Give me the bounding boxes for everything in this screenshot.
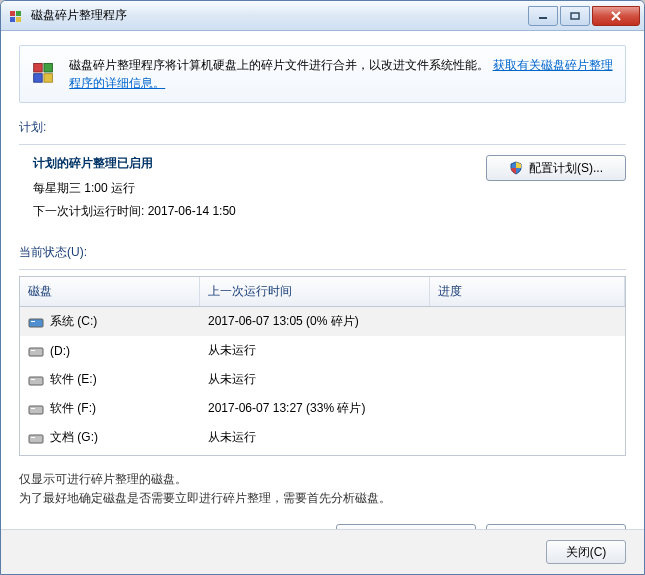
disk-name: 软件 (F:)	[50, 400, 96, 417]
shield-icon	[509, 161, 523, 175]
svg-rect-5	[571, 13, 579, 19]
disk-list: 磁盘 上一次运行时间 进度 系统 (C:)2017-06-07 13:05 (0…	[19, 276, 626, 456]
header-progress[interactable]: 进度	[430, 277, 625, 306]
header-disk[interactable]: 磁盘	[20, 277, 200, 306]
disk-last-run: 2017-06-07 13:05 (0% 碎片)	[200, 311, 430, 332]
svg-rect-17	[31, 408, 35, 409]
defrag-icon	[32, 56, 59, 88]
disk-last-run: 2017-06-07 13:27 (33% 碎片)	[200, 398, 430, 419]
schedule-enabled-title: 计划的碎片整理已启用	[33, 155, 236, 172]
svg-rect-10	[29, 319, 43, 327]
info-description: 磁盘碎片整理程序将计算机硬盘上的碎片文件进行合并，以改进文件系统性能。	[69, 58, 489, 72]
disk-list-header: 磁盘 上一次运行时间 进度	[20, 277, 625, 307]
svg-rect-7	[44, 63, 53, 72]
svg-rect-6	[34, 63, 43, 72]
configure-schedule-button[interactable]: 配置计划(S)...	[486, 155, 626, 181]
drive-icon	[28, 373, 44, 387]
window-controls	[528, 6, 640, 26]
svg-rect-9	[44, 74, 53, 83]
info-text: 磁盘碎片整理程序将计算机硬盘上的碎片文件进行合并，以改进文件系统性能。 获取有关…	[69, 56, 613, 92]
disk-last-run: 从未运行	[200, 427, 430, 448]
drive-icon	[28, 315, 44, 329]
svg-rect-12	[29, 348, 43, 356]
table-row[interactable]: (D:)从未运行	[20, 336, 625, 365]
svg-rect-15	[31, 379, 35, 380]
disk-last-run: 从未运行	[200, 369, 430, 390]
disk-progress	[430, 407, 625, 411]
table-row[interactable]: 软件 (F:)2017-06-07 13:27 (33% 碎片)	[20, 394, 625, 423]
status-section: 当前状态(U): 磁盘 上一次运行时间 进度 系统 (C:)2017-06-07…	[19, 244, 626, 456]
disk-progress	[430, 378, 625, 382]
close-button[interactable]	[592, 6, 640, 26]
schedule-run-time: 每星期三 1:00 运行	[33, 180, 236, 197]
schedule-label: 计划:	[19, 119, 626, 136]
divider	[19, 269, 626, 270]
window-frame: 磁盘碎片整理程序 磁盘碎片整理程序将计算机硬盘上的碎片文件进行合并，以改进文件系…	[0, 0, 645, 575]
disk-rows: 系统 (C:)2017-06-07 13:05 (0% 碎片)(D:)从未运行软…	[20, 307, 625, 456]
disk-progress	[430, 436, 625, 440]
svg-rect-1	[16, 11, 21, 16]
disk-name: (D:)	[50, 344, 70, 358]
disk-name: 文档 (G:)	[50, 429, 98, 446]
table-row[interactable]: 文档 (G:)从未运行	[20, 423, 625, 452]
configure-schedule-label: 配置计划(S)...	[529, 160, 603, 177]
note-line2: 为了最好地确定磁盘是否需要立即进行碎片整理，需要首先分析磁盘。	[19, 489, 626, 508]
disk-name: 系统 (C:)	[50, 313, 97, 330]
svg-rect-11	[31, 321, 35, 322]
maximize-icon	[570, 12, 580, 20]
drive-icon	[28, 431, 44, 445]
minimize-icon	[538, 12, 548, 20]
table-row[interactable]: 娱乐 (H:)从未运行	[20, 452, 625, 456]
svg-rect-14	[29, 377, 43, 385]
close-dialog-button[interactable]: 关闭(C)	[546, 540, 626, 564]
maximize-button[interactable]	[560, 6, 590, 26]
footer-note: 仅显示可进行碎片整理的磁盘。 为了最好地确定磁盘是否需要立即进行碎片整理，需要首…	[19, 470, 626, 508]
svg-rect-2	[10, 17, 15, 22]
disk-progress	[430, 320, 625, 324]
schedule-section: 计划: 计划的碎片整理已启用 每星期三 1:00 运行 下一次计划运行时间: 2…	[19, 119, 626, 226]
table-row[interactable]: 软件 (E:)从未运行	[20, 365, 625, 394]
status-label: 当前状态(U):	[19, 244, 626, 261]
table-row[interactable]: 系统 (C:)2017-06-07 13:05 (0% 碎片)	[20, 307, 625, 336]
svg-rect-4	[539, 17, 547, 19]
window-title: 磁盘碎片整理程序	[31, 7, 528, 24]
disk-name: 软件 (E:)	[50, 371, 97, 388]
minimize-button[interactable]	[528, 6, 558, 26]
header-last-run[interactable]: 上一次运行时间	[200, 277, 430, 306]
svg-rect-3	[16, 17, 21, 22]
drive-icon	[28, 344, 44, 358]
svg-rect-19	[31, 437, 35, 438]
titlebar[interactable]: 磁盘碎片整理程序	[1, 1, 644, 31]
bottom-bar: 关闭(C)	[1, 529, 644, 574]
content-area: 磁盘碎片整理程序将计算机硬盘上的碎片文件进行合并，以改进文件系统性能。 获取有关…	[1, 31, 644, 529]
schedule-next-run: 下一次计划运行时间: 2017-06-14 1:50	[33, 203, 236, 220]
close-icon	[610, 11, 622, 21]
svg-rect-8	[34, 74, 43, 83]
drive-icon	[28, 402, 44, 416]
info-banner: 磁盘碎片整理程序将计算机硬盘上的碎片文件进行合并，以改进文件系统性能。 获取有关…	[19, 45, 626, 103]
svg-rect-0	[10, 11, 15, 16]
note-line1: 仅显示可进行碎片整理的磁盘。	[19, 470, 626, 489]
schedule-info: 计划的碎片整理已启用 每星期三 1:00 运行 下一次计划运行时间: 2017-…	[19, 155, 236, 226]
svg-rect-16	[29, 406, 43, 414]
svg-rect-18	[29, 435, 43, 443]
svg-rect-13	[31, 350, 35, 351]
app-icon	[9, 8, 25, 24]
divider	[19, 144, 626, 145]
disk-progress	[430, 349, 625, 353]
disk-last-run: 从未运行	[200, 340, 430, 361]
